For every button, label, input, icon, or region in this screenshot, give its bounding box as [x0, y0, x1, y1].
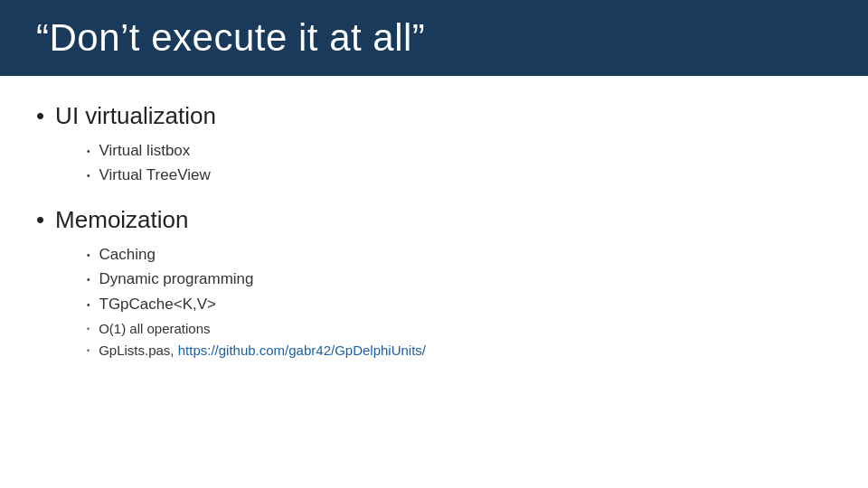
slide-header: “Don’t execute it at all” — [0, 0, 868, 76]
sub-bullet-caching-label: Caching — [99, 243, 156, 267]
sub-dot-3: • — [87, 249, 90, 262]
sub-dot-1: • — [87, 145, 90, 158]
sub-sub-bullet-o1: • O(1) all operations — [87, 319, 832, 340]
main-bullet-memo: • Memoization — [36, 205, 832, 236]
sub-sub-dot-1: • — [87, 324, 90, 336]
sub-dot-2: • — [87, 169, 90, 183]
sub-bullet-dynamic-programming-label: Dynamic programming — [99, 267, 254, 291]
sub-sub-bullets-tgpcache: • O(1) all operations • GpLists.pas, htt… — [36, 319, 832, 361]
main-bullet-ui-label: UI virtualization — [55, 101, 216, 132]
sub-sub-gplists-text: GpLists.pas, https://github.com/gabr42/G… — [99, 341, 426, 361]
sub-bullet-virtual-treeview-label: Virtual TreeView — [99, 164, 211, 187]
bullet-dot-1: • — [36, 101, 44, 132]
sub-bullet-tgpcache-label: TGpCache<K,V> — [99, 293, 216, 316]
main-bullet-memo-label: Memoization — [55, 205, 188, 236]
sub-sub-bullet-gplists: • GpLists.pas, https://github.com/gabr42… — [87, 341, 832, 361]
sub-bullet-virtual-listbox: • Virtual listbox — [87, 139, 832, 163]
sub-bullets-memo: • Caching • Dynamic programming • TGpCac… — [36, 243, 832, 316]
sub-bullet-caching: • Caching — [87, 243, 832, 267]
sub-sub-gplists-prefix: GpLists.pas, — [99, 343, 178, 358]
slide-title: “Don’t execute it at all” — [36, 16, 425, 60]
gplists-link[interactable]: https://github.com/gabr42/GpDelphiUnits/ — [178, 343, 426, 358]
sub-bullet-virtual-treeview: • Virtual TreeView — [87, 164, 832, 187]
sub-sub-o1-label: O(1) all operations — [99, 319, 210, 340]
bullet-dot-2: • — [36, 205, 44, 236]
sub-bullets-ui: • Virtual listbox • Virtual TreeView — [36, 139, 832, 187]
sub-bullet-tgpcache: • TGpCache<K,V> — [87, 293, 832, 316]
slide: “Don’t execute it at all” • UI virtualiz… — [0, 0, 868, 488]
slide-content: • UI virtualization • Virtual listbox • … — [0, 76, 868, 488]
main-bullet-ui: • UI virtualization — [36, 101, 832, 132]
sub-sub-dot-2: • — [87, 345, 90, 358]
section-memoization: • Memoization • Caching • Dynamic progra… — [36, 205, 832, 361]
sub-dot-5: • — [87, 298, 90, 312]
sub-bullet-dynamic-programming: • Dynamic programming — [87, 267, 832, 291]
sub-dot-4: • — [87, 273, 90, 286]
sub-bullet-virtual-listbox-label: Virtual listbox — [99, 139, 191, 163]
section-ui-virtualization: • UI virtualization • Virtual listbox • … — [36, 101, 832, 187]
